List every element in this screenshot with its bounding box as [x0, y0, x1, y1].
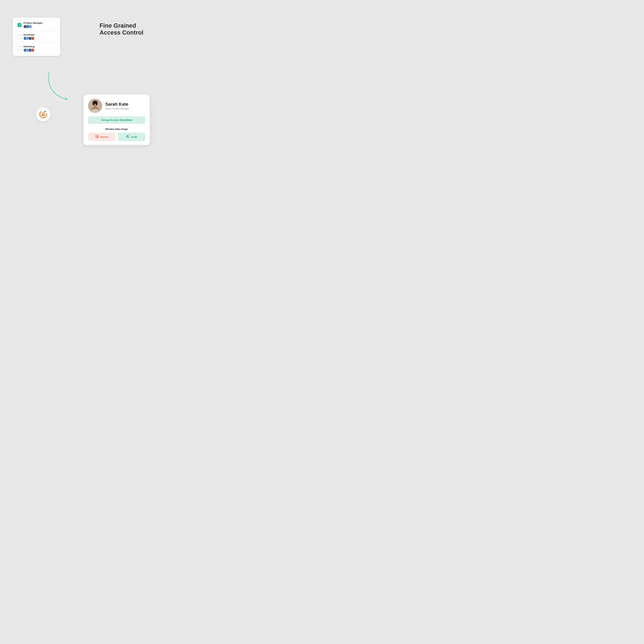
- role-name-developer: Developer: [23, 33, 35, 36]
- avatar-m4: [31, 48, 34, 52]
- curve-arrow: [40, 69, 74, 105]
- role-info-marketing: Marketing: [23, 45, 35, 52]
- svg-point-11: [95, 101, 98, 105]
- logo-circle: [36, 107, 50, 121]
- svg-rect-3: [43, 115, 44, 116]
- monitor-title: Monitor Data Usage: [106, 128, 128, 130]
- roles-panel: ✓ Product Manager Developer: [13, 18, 60, 56]
- role-item-product-manager[interactable]: ✓ Product Manager: [15, 20, 58, 30]
- review-icon: [95, 135, 99, 139]
- audit-button[interactable]: Audit: [118, 133, 145, 141]
- checkbox-developer[interactable]: [17, 35, 22, 39]
- heading-line1: Fine Grained: [100, 22, 136, 29]
- user-job-title: Senior Product Manager: [105, 107, 129, 110]
- audit-label: Audit: [131, 136, 137, 138]
- svg-rect-14: [96, 137, 97, 137]
- role-name-product-manager: Product Manager: [23, 22, 43, 24]
- review-button[interactable]: Review: [88, 133, 116, 141]
- checkmark-icon: ✓: [19, 24, 21, 26]
- avatar-d4: [31, 37, 34, 40]
- user-card-panel: Sarah Kate Senior Product Manager Group …: [84, 94, 150, 145]
- monitor-buttons: Review Audit: [88, 133, 145, 141]
- user-name: Sarah Kate: [105, 102, 129, 107]
- brand-logo-icon: [39, 110, 48, 119]
- role-avatars-developer: [23, 37, 35, 40]
- avatar-3: [28, 25, 32, 28]
- monitor-section: Monitor Data Usage Review: [88, 128, 145, 141]
- user-avatar: [88, 99, 102, 113]
- role-item-developer[interactable]: Developer: [15, 32, 58, 42]
- user-card-top: Sarah Kate Senior Product Manager: [88, 99, 145, 113]
- svg-rect-16: [97, 136, 98, 137]
- checkbox-marketing[interactable]: [17, 47, 22, 51]
- role-info-developer: Developer: [23, 33, 35, 40]
- role-info-product-manager: Product Manager: [23, 22, 43, 28]
- user-details: Sarah Kate Senior Product Manager: [105, 102, 129, 110]
- svg-rect-15: [97, 136, 97, 137]
- role-avatars-product-manager: [23, 25, 43, 28]
- audit-icon: [126, 135, 129, 139]
- role-name-marketing: Marketing: [23, 45, 35, 48]
- role-avatars-marketing: [23, 48, 35, 52]
- heading-line2: Access Control: [100, 29, 143, 36]
- heading-text: Fine Grained Access Control: [100, 22, 143, 36]
- main-container: ✓ Product Manager Developer: [8, 8, 153, 153]
- review-label: Review: [100, 136, 108, 138]
- svg-line-19: [128, 137, 129, 138]
- group-access-label: Group Access Identified: [101, 119, 132, 122]
- svg-point-18: [127, 136, 128, 137]
- checkbox-product-manager[interactable]: ✓: [17, 23, 22, 27]
- role-item-marketing[interactable]: Marketing: [15, 43, 58, 54]
- svg-point-10: [93, 101, 95, 105]
- group-access-badge: Group Access Identified: [88, 116, 145, 124]
